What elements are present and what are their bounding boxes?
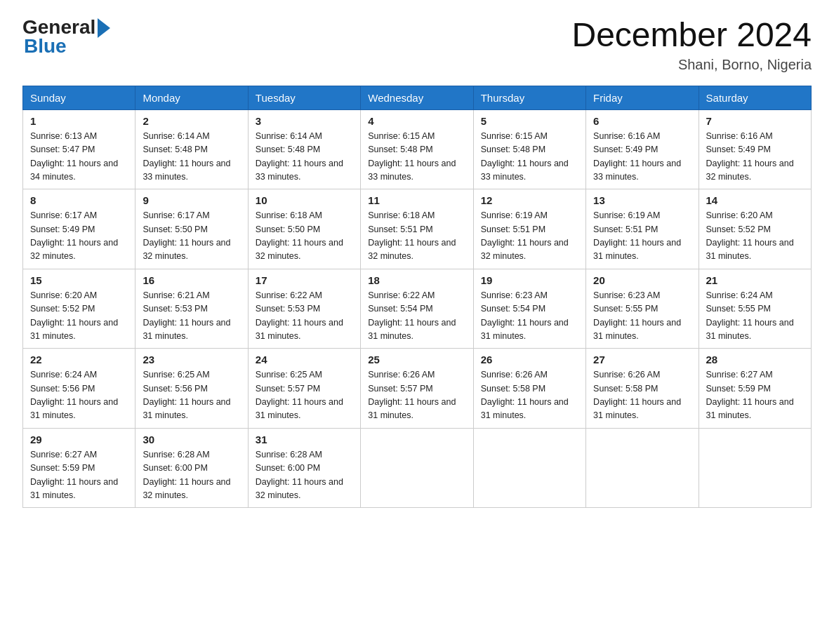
calendar-cell: 27Sunrise: 6:26 AMSunset: 5:58 PMDayligh…: [586, 349, 699, 429]
day-detail: Sunrise: 6:26 AMSunset: 5:58 PMDaylight:…: [593, 368, 691, 423]
day-detail: Sunrise: 6:24 AMSunset: 5:55 PMDaylight:…: [706, 289, 804, 344]
day-detail: Sunrise: 6:28 AMSunset: 6:00 PMDaylight:…: [143, 448, 240, 503]
calendar-cell: 1Sunrise: 6:13 AMSunset: 5:47 PMDaylight…: [23, 109, 135, 189]
calendar-cell: 6Sunrise: 6:16 AMSunset: 5:49 PMDaylight…: [586, 109, 699, 189]
day-detail: Sunrise: 6:25 AMSunset: 5:57 PMDaylight:…: [256, 368, 353, 423]
month-year-title: December 2024: [571, 17, 812, 54]
day-detail: Sunrise: 6:19 AMSunset: 5:51 PMDaylight:…: [481, 209, 578, 264]
day-detail: Sunrise: 6:15 AMSunset: 5:48 PMDaylight:…: [368, 130, 465, 185]
calendar-cell: 28Sunrise: 6:27 AMSunset: 5:59 PMDayligh…: [699, 349, 811, 429]
day-detail: Sunrise: 6:23 AMSunset: 5:55 PMDaylight:…: [593, 289, 691, 344]
day-detail: Sunrise: 6:21 AMSunset: 5:53 PMDaylight:…: [143, 289, 240, 344]
day-detail: Sunrise: 6:14 AMSunset: 5:48 PMDaylight:…: [143, 130, 240, 185]
calendar-cell: 2Sunrise: 6:14 AMSunset: 5:48 PMDaylight…: [135, 109, 248, 189]
calendar-week-row: 29Sunrise: 6:27 AMSunset: 5:59 PMDayligh…: [23, 428, 812, 508]
day-detail: Sunrise: 6:16 AMSunset: 5:49 PMDaylight:…: [706, 130, 804, 185]
day-number: 11: [368, 194, 465, 206]
day-detail: Sunrise: 6:26 AMSunset: 5:57 PMDaylight:…: [368, 368, 465, 423]
day-number: 31: [256, 434, 353, 445]
day-detail: Sunrise: 6:17 AMSunset: 5:50 PMDaylight:…: [143, 209, 240, 264]
day-number: 9: [143, 194, 240, 206]
calendar-week-row: 22Sunrise: 6:24 AMSunset: 5:56 PMDayligh…: [23, 349, 812, 429]
day-detail: Sunrise: 6:19 AMSunset: 5:51 PMDaylight:…: [593, 209, 691, 264]
calendar-cell: 16Sunrise: 6:21 AMSunset: 5:53 PMDayligh…: [135, 269, 248, 349]
logo-arrow-icon: [98, 18, 110, 38]
day-number: 4: [368, 115, 465, 127]
weekday-header-friday: Friday: [586, 86, 699, 109]
day-detail: Sunrise: 6:20 AMSunset: 5:52 PMDaylight:…: [30, 289, 128, 344]
day-number: 15: [30, 274, 128, 286]
calendar-cell: 7Sunrise: 6:16 AMSunset: 5:49 PMDaylight…: [699, 109, 811, 189]
weekday-header-tuesday: Tuesday: [248, 86, 360, 109]
calendar-cell: [699, 428, 811, 508]
day-number: 7: [706, 115, 804, 127]
calendar-cell: 5Sunrise: 6:15 AMSunset: 5:48 PMDaylight…: [473, 109, 585, 189]
day-number: 14: [706, 194, 804, 206]
logo-general-text: General: [22, 18, 95, 37]
day-number: 29: [30, 434, 128, 445]
calendar-cell: 17Sunrise: 6:22 AMSunset: 5:53 PMDayligh…: [248, 269, 360, 349]
day-number: 23: [143, 354, 240, 365]
day-detail: Sunrise: 6:20 AMSunset: 5:52 PMDaylight:…: [706, 209, 804, 264]
day-detail: Sunrise: 6:27 AMSunset: 5:59 PMDaylight:…: [30, 448, 128, 503]
day-number: 25: [368, 354, 465, 365]
calendar-cell: 10Sunrise: 6:18 AMSunset: 5:50 PMDayligh…: [248, 189, 360, 269]
page-header: General Blue December 2024 Shani, Borno,…: [22, 17, 812, 73]
weekday-header-monday: Monday: [135, 86, 248, 109]
calendar-cell: 29Sunrise: 6:27 AMSunset: 5:59 PMDayligh…: [23, 428, 135, 508]
calendar-cell: [473, 428, 585, 508]
calendar-cell: 8Sunrise: 6:17 AMSunset: 5:49 PMDaylight…: [23, 189, 135, 269]
calendar-cell: 15Sunrise: 6:20 AMSunset: 5:52 PMDayligh…: [23, 269, 135, 349]
day-detail: Sunrise: 6:25 AMSunset: 5:56 PMDaylight:…: [143, 368, 240, 423]
day-detail: Sunrise: 6:27 AMSunset: 5:59 PMDaylight:…: [706, 368, 804, 423]
day-number: 1: [30, 115, 128, 127]
calendar-cell: 11Sunrise: 6:18 AMSunset: 5:51 PMDayligh…: [361, 189, 473, 269]
day-detail: Sunrise: 6:18 AMSunset: 5:50 PMDaylight:…: [256, 209, 353, 264]
calendar-cell: 18Sunrise: 6:22 AMSunset: 5:54 PMDayligh…: [361, 269, 473, 349]
day-detail: Sunrise: 6:22 AMSunset: 5:53 PMDaylight:…: [256, 289, 353, 344]
calendar-cell: 20Sunrise: 6:23 AMSunset: 5:55 PMDayligh…: [586, 269, 699, 349]
day-detail: Sunrise: 6:16 AMSunset: 5:49 PMDaylight:…: [593, 130, 691, 185]
day-detail: Sunrise: 6:18 AMSunset: 5:51 PMDaylight:…: [368, 209, 465, 264]
day-detail: Sunrise: 6:23 AMSunset: 5:54 PMDaylight:…: [481, 289, 578, 344]
weekday-header-wednesday: Wednesday: [361, 86, 473, 109]
day-detail: Sunrise: 6:14 AMSunset: 5:48 PMDaylight:…: [256, 130, 353, 185]
day-number: 6: [593, 115, 691, 127]
day-number: 10: [256, 194, 353, 206]
calendar-cell: 26Sunrise: 6:26 AMSunset: 5:58 PMDayligh…: [473, 349, 585, 429]
calendar-cell: 31Sunrise: 6:28 AMSunset: 6:00 PMDayligh…: [248, 428, 360, 508]
calendar-cell: 14Sunrise: 6:20 AMSunset: 5:52 PMDayligh…: [699, 189, 811, 269]
day-detail: Sunrise: 6:17 AMSunset: 5:49 PMDaylight:…: [30, 209, 128, 264]
day-number: 28: [706, 354, 804, 365]
day-number: 19: [481, 274, 578, 286]
calendar-week-row: 1Sunrise: 6:13 AMSunset: 5:47 PMDaylight…: [23, 109, 812, 189]
location-subtitle: Shani, Borno, Nigeria: [571, 57, 812, 73]
calendar-cell: 30Sunrise: 6:28 AMSunset: 6:00 PMDayligh…: [135, 428, 248, 508]
day-number: 13: [593, 194, 691, 206]
day-number: 17: [256, 274, 353, 286]
weekday-header-sunday: Sunday: [23, 86, 135, 109]
calendar-week-row: 8Sunrise: 6:17 AMSunset: 5:49 PMDaylight…: [23, 189, 812, 269]
calendar-week-row: 15Sunrise: 6:20 AMSunset: 5:52 PMDayligh…: [23, 269, 812, 349]
calendar-cell: 12Sunrise: 6:19 AMSunset: 5:51 PMDayligh…: [473, 189, 585, 269]
day-number: 20: [593, 274, 691, 286]
weekday-header-saturday: Saturday: [699, 86, 811, 109]
day-detail: Sunrise: 6:15 AMSunset: 5:48 PMDaylight:…: [481, 130, 578, 185]
calendar-cell: 3Sunrise: 6:14 AMSunset: 5:48 PMDaylight…: [248, 109, 360, 189]
calendar-table: SundayMondayTuesdayWednesdayThursdayFrid…: [22, 86, 812, 509]
calendar-cell: 24Sunrise: 6:25 AMSunset: 5:57 PMDayligh…: [248, 349, 360, 429]
calendar-cell: 25Sunrise: 6:26 AMSunset: 5:57 PMDayligh…: [361, 349, 473, 429]
day-number: 26: [481, 354, 578, 365]
day-number: 16: [143, 274, 240, 286]
day-number: 3: [256, 115, 353, 127]
calendar-cell: 4Sunrise: 6:15 AMSunset: 5:48 PMDaylight…: [361, 109, 473, 189]
day-number: 18: [368, 274, 465, 286]
title-block: December 2024 Shani, Borno, Nigeria: [571, 17, 812, 73]
day-number: 21: [706, 274, 804, 286]
calendar-cell: 19Sunrise: 6:23 AMSunset: 5:54 PMDayligh…: [473, 269, 585, 349]
logo: General Blue: [22, 17, 110, 58]
day-number: 30: [143, 434, 240, 445]
calendar-cell: 9Sunrise: 6:17 AMSunset: 5:50 PMDaylight…: [135, 189, 248, 269]
calendar-cell: 22Sunrise: 6:24 AMSunset: 5:56 PMDayligh…: [23, 349, 135, 429]
weekday-header-row: SundayMondayTuesdayWednesdayThursdayFrid…: [23, 86, 812, 109]
